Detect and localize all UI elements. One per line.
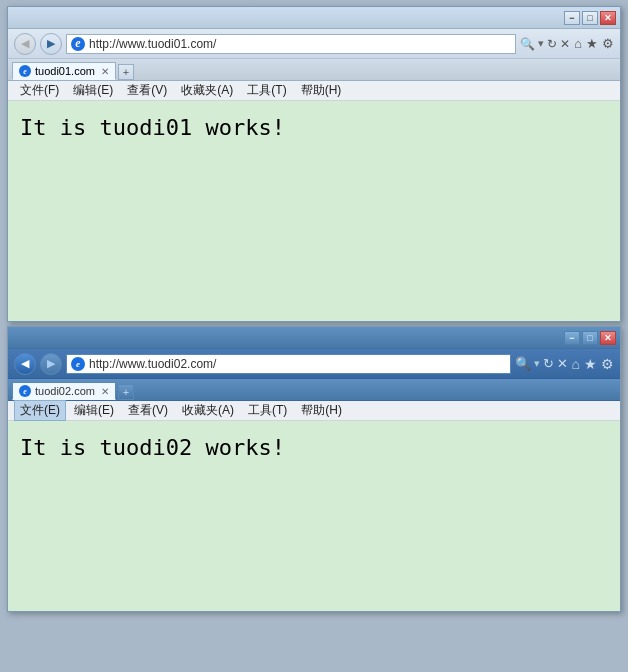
menu-favorites-2[interactable]: 收藏夹(A) [176, 400, 240, 421]
minimize-button-1[interactable]: − [564, 11, 580, 25]
title-bar-2: − □ ✕ [8, 327, 620, 349]
back-button-2[interactable]: ◀ [14, 353, 36, 375]
forward-icon-2: ▶ [47, 357, 55, 370]
tools-icon-2[interactable]: ⚙ [601, 356, 614, 372]
tab-bar-1: e tuodi01.com ✕ + [8, 59, 620, 81]
title-bar-buttons-1: − □ ✕ [564, 11, 616, 25]
browser-window-1: − □ ✕ ◀ ▶ e http://www.tuodi01.com/ 🔍 ▾ … [7, 6, 621, 322]
ie-icon-2: e [71, 357, 85, 371]
menu-help-1[interactable]: 帮助(H) [295, 80, 348, 101]
stop-icon-2[interactable]: ✕ [557, 356, 568, 371]
menu-bar-2: 文件(E) 编辑(E) 查看(V) 收藏夹(A) 工具(T) 帮助(H) [8, 401, 620, 421]
ie-icon-1: e [71, 37, 85, 51]
url-text-2: http://www.tuodi02.com/ [89, 357, 216, 371]
new-tab-button-2[interactable]: + [118, 384, 134, 400]
tab-ie-icon-2: e [19, 385, 31, 397]
favorites-icon-2[interactable]: ★ [584, 356, 597, 372]
search-icon-2[interactable]: 🔍 [515, 356, 531, 371]
tab-close-2[interactable]: ✕ [101, 386, 109, 397]
address-bar-2: ◀ ▶ e http://www.tuodi02.com/ 🔍 ▾ ↻ ✕ ⌂ … [8, 349, 620, 379]
menu-edit-2[interactable]: 编辑(E) [68, 400, 120, 421]
content-area-2: It is tuodi02 works! [8, 421, 620, 611]
maximize-button-2[interactable]: □ [582, 331, 598, 345]
menu-view-1[interactable]: 查看(V) [121, 80, 173, 101]
title-bar-buttons-2: − □ ✕ [564, 331, 616, 345]
stop-icon-1[interactable]: ✕ [560, 37, 570, 51]
menu-file-2[interactable]: 文件(E) [14, 400, 66, 421]
menu-help-2[interactable]: 帮助(H) [295, 400, 348, 421]
forward-icon-1: ▶ [47, 37, 55, 50]
tab-label-2: tuodi02.com [35, 385, 95, 397]
content-text-1: It is tuodi01 works! [20, 115, 285, 140]
tab-label-1: tuodi01.com [35, 65, 95, 77]
refresh-icon-2[interactable]: ↻ [543, 356, 554, 371]
back-icon-2: ◀ [21, 357, 29, 370]
address-icons-1: 🔍 ▾ ↻ ✕ [520, 37, 570, 51]
address-input-1[interactable]: e http://www.tuodi01.com/ [66, 34, 516, 54]
url-text-1: http://www.tuodi01.com/ [89, 37, 216, 51]
refresh-icon-1[interactable]: ↻ [547, 37, 557, 51]
home-icon-2[interactable]: ⌂ [572, 356, 580, 372]
forward-button-1[interactable]: ▶ [40, 33, 62, 55]
favorites-icon-1[interactable]: ★ [586, 36, 598, 51]
separator-1: ▾ [538, 37, 544, 50]
tools-icon-1[interactable]: ⚙ [602, 36, 614, 51]
content-area-1: It is tuodi01 works! [8, 101, 620, 321]
menu-view-2[interactable]: 查看(V) [122, 400, 174, 421]
menu-edit-1[interactable]: 编辑(E) [67, 80, 119, 101]
address-icons-2: 🔍 ▾ ↻ ✕ [515, 356, 568, 371]
menu-tools-2[interactable]: 工具(T) [242, 400, 293, 421]
minimize-button-2[interactable]: − [564, 331, 580, 345]
address-bar-1: ◀ ▶ e http://www.tuodi01.com/ 🔍 ▾ ↻ ✕ ⌂ … [8, 29, 620, 59]
address-input-2[interactable]: e http://www.tuodi02.com/ [66, 354, 511, 374]
menu-tools-1[interactable]: 工具(T) [241, 80, 292, 101]
back-icon-1: ◀ [21, 37, 29, 50]
search-icon-1[interactable]: 🔍 [520, 37, 535, 51]
browser-window-2: − □ ✕ ◀ ▶ e http://www.tuodi02.com/ 🔍 ▾ … [7, 326, 621, 612]
tab-close-1[interactable]: ✕ [101, 66, 109, 77]
menu-bar-1: 文件(F) 编辑(E) 查看(V) 收藏夹(A) 工具(T) 帮助(H) [8, 81, 620, 101]
title-bar-1: − □ ✕ [8, 7, 620, 29]
close-button-1[interactable]: ✕ [600, 11, 616, 25]
tab-bar-2: e tuodi02.com ✕ + [8, 379, 620, 401]
close-button-2[interactable]: ✕ [600, 331, 616, 345]
forward-button-2[interactable]: ▶ [40, 353, 62, 375]
tab-ie-icon-1: e [19, 65, 31, 77]
menu-file-1[interactable]: 文件(F) [14, 80, 65, 101]
maximize-button-1[interactable]: □ [582, 11, 598, 25]
tab-1[interactable]: e tuodi01.com ✕ [12, 62, 116, 80]
separator-2: ▾ [534, 357, 540, 370]
new-tab-button-1[interactable]: + [118, 64, 134, 80]
home-icon-1[interactable]: ⌂ [574, 36, 582, 51]
content-text-2: It is tuodi02 works! [20, 435, 285, 460]
back-button-1[interactable]: ◀ [14, 33, 36, 55]
menu-favorites-1[interactable]: 收藏夹(A) [175, 80, 239, 101]
tab-2[interactable]: e tuodi02.com ✕ [12, 382, 116, 400]
